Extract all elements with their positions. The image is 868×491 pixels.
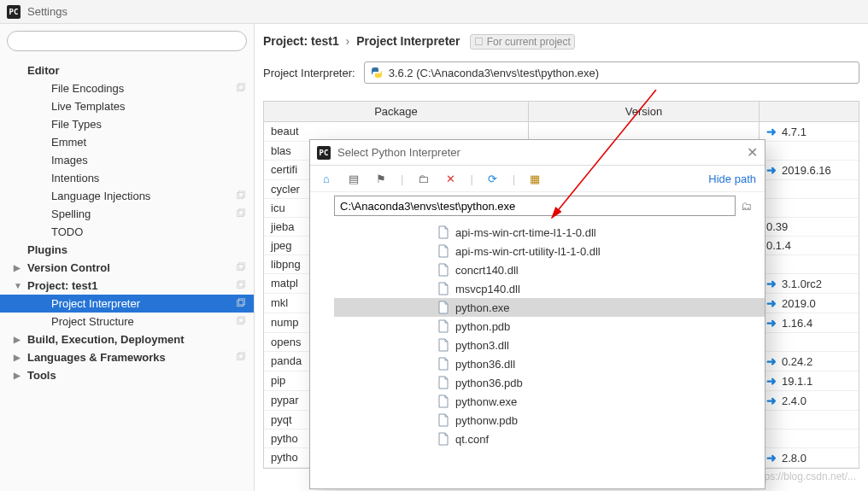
file-item[interactable]: python36.dll [334, 354, 765, 373]
sidebar-item[interactable]: File Encodings [0, 79, 254, 97]
svg-rect-14 [238, 318, 243, 324]
upgrade-arrow-icon: ➜ [766, 354, 777, 368]
sidebar-item[interactable]: ▶Tools [0, 366, 254, 384]
file-name: pythonw.exe [455, 395, 517, 408]
cell-latest [760, 199, 859, 217]
settings-tree: EditorFile EncodingsLive TemplatesFile T… [0, 58, 254, 491]
svg-rect-7 [238, 208, 244, 214]
svg-rect-17 [238, 352, 244, 358]
breadcrumb: Project: test1 › Project Interpreter ☐ F… [263, 34, 859, 50]
sidebar-item[interactable]: Emmet [0, 133, 254, 151]
interpreter-dropdown[interactable]: 3.6.2 (C:\Anaconda3\envs\test\python.exe… [364, 61, 859, 84]
file-item[interactable]: pythonw.exe [334, 392, 765, 411]
file-item[interactable]: python.pdb [334, 317, 765, 336]
file-item[interactable]: python36.pdb [334, 373, 765, 392]
sidebar-item-label: Editor [27, 64, 60, 77]
file-item[interactable]: concrt140.dll [334, 260, 765, 279]
file-item[interactable]: msvcp140.dll [334, 279, 765, 298]
file-list: api-ms-win-crt-time-l1-1-0.dllapi-ms-win… [310, 223, 765, 488]
upgrade-arrow-icon: ➜ [766, 374, 777, 388]
sidebar-item[interactable]: TODO [0, 223, 254, 241]
watermark: https://blog.csdn.net/... [753, 471, 856, 482]
sidebar-item[interactable]: Plugins [0, 241, 254, 259]
sidebar-item[interactable]: ▶Version Control [0, 259, 254, 277]
sidebar-item-label: Intentions [51, 172, 99, 184]
breadcrumb-page: Project Interpreter [356, 34, 460, 48]
cell-latest: ➜4.7.1 [760, 122, 859, 141]
svg-rect-6 [238, 210, 243, 216]
cell-latest: 0.1.4 [760, 237, 859, 254]
path-input[interactable] [334, 196, 736, 216]
svg-rect-10 [238, 282, 243, 288]
svg-rect-2 [238, 85, 243, 91]
hide-path-link[interactable]: Hide path [708, 172, 756, 185]
twisty-icon: ▼ [14, 281, 24, 290]
svg-rect-9 [238, 262, 244, 268]
sidebar-item[interactable]: ▶Build, Execution, Deployment [0, 330, 254, 348]
sidebar-item[interactable]: Intentions [0, 169, 254, 187]
sidebar-item[interactable]: ▶Languages & Frameworks [0, 348, 254, 366]
file-name: python36.pdb [455, 377, 523, 389]
module-icon[interactable]: ▤ [346, 171, 361, 186]
sidebar-item[interactable]: Live Templates [0, 97, 254, 115]
svg-rect-16 [238, 354, 243, 359]
refresh-icon[interactable]: ⟳ [485, 171, 501, 186]
close-icon[interactable]: ✕ [747, 144, 758, 161]
window-title: Settings [27, 5, 67, 18]
sidebar-item-label: Live Templates [51, 100, 125, 113]
settings-search-input[interactable] [7, 31, 247, 51]
dialog-titlebar: PC Select Python Interpreter ✕ [310, 140, 765, 166]
new-folder-icon[interactable]: 🗀 [415, 171, 431, 186]
packages-header: Package Version [264, 102, 859, 122]
cell-latest: ➜0.24.2 [760, 352, 859, 371]
sidebar-item[interactable]: File Types [0, 115, 254, 133]
upgrade-arrow-icon: ➜ [766, 125, 777, 138]
twisty-icon: ▶ [14, 263, 24, 272]
file-item[interactable]: python.exe [334, 298, 765, 317]
svg-rect-13 [238, 298, 244, 304]
dialog-toolbar: ⌂ ▤ ⚑ | 🗀 ✕ | ⟳ | ▦ Hide path [310, 166, 765, 192]
sidebar-item[interactable]: Language Injections [0, 187, 254, 205]
cell-latest [760, 142, 859, 160]
twisty-icon: ▶ [14, 353, 24, 362]
sidebar-item[interactable]: Project Structure [0, 313, 254, 330]
sidebar-item[interactable]: Images [0, 151, 254, 169]
sidebar-item-label: Language Injections [51, 190, 150, 202]
cell-latest: 0.39 [760, 218, 859, 236]
cell-latest: ➜19.1.1 [760, 371, 859, 390]
file-item[interactable]: api-ms-win-crt-time-l1-1-0.dll [334, 223, 765, 242]
col-version[interactable]: Version [529, 102, 760, 121]
settings-sidebar: EditorFile EncodingsLive TemplatesFile T… [0, 24, 255, 491]
cell-latest: ➜2019.0 [760, 294, 859, 313]
col-latest[interactable] [760, 102, 859, 121]
file-item[interactable]: python3.dll [334, 336, 765, 354]
upgrade-arrow-icon: ➜ [766, 296, 777, 310]
sidebar-item-label: Project: test1 [27, 279, 97, 292]
file-item[interactable]: pythonw.pdb [334, 411, 765, 430]
sidebar-item-label: Project Structure [51, 315, 134, 328]
delete-icon[interactable]: ✕ [443, 171, 458, 186]
cell-latest: ➜3.1.0rc2 [760, 274, 859, 293]
col-package[interactable]: Package [264, 102, 529, 121]
file-name: pythonw.pdb [455, 414, 518, 427]
sidebar-item-label: Spelling [51, 208, 91, 220]
sidebar-item[interactable]: Project Interpreter [0, 295, 254, 313]
twisty-icon: ▶ [14, 335, 24, 344]
sidebar-item[interactable]: ▼Project: test1 [0, 277, 254, 295]
sidebar-item-label: Emmet [51, 136, 86, 149]
upgrade-arrow-icon: ➜ [766, 451, 777, 465]
dialog-title: Select Python Interpreter [337, 146, 460, 159]
show-hidden-icon[interactable]: ▦ [527, 171, 542, 186]
file-name: python.exe [455, 301, 510, 314]
cell-latest [760, 411, 859, 429]
sidebar-item[interactable]: Editor [0, 61, 254, 79]
svg-rect-11 [238, 280, 244, 286]
home-icon[interactable]: ⌂ [319, 171, 334, 186]
file-item[interactable]: api-ms-win-crt-utility-l1-1-0.dll [334, 242, 765, 260]
svg-rect-3 [238, 83, 244, 89]
history-icon[interactable]: 🗂 [741, 200, 756, 213]
file-item[interactable]: qt.conf [334, 430, 765, 448]
file-name: python.pdb [455, 320, 510, 333]
sidebar-item[interactable]: Spelling [0, 205, 254, 223]
flag-icon[interactable]: ⚑ [373, 171, 389, 186]
